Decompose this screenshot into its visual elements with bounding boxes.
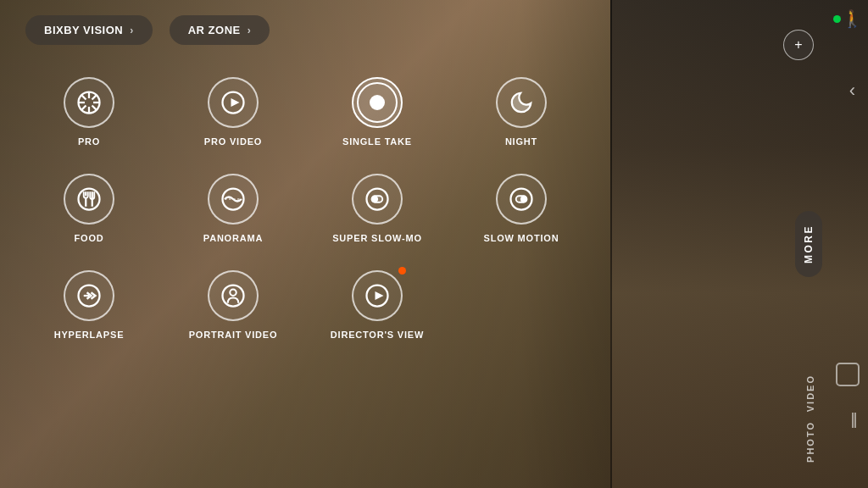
directors-view-dot xyxy=(398,267,406,274)
food-icon-wrap xyxy=(64,174,114,225)
portrait-video-icon xyxy=(220,283,246,308)
add-icon: + xyxy=(794,37,802,53)
directors-view-icon xyxy=(364,283,390,308)
moon-icon xyxy=(509,90,534,115)
person-icon[interactable]: 🚶 xyxy=(842,8,863,29)
bixby-vision-label: BIXBY VISION xyxy=(44,24,123,36)
super-slow-mo-icon-wrap xyxy=(352,174,403,225)
mode-food[interactable]: FOOD xyxy=(17,174,161,243)
svg-point-26 xyxy=(230,290,236,297)
portrait-video-label: PORTRAIT VIDEO xyxy=(189,330,278,340)
directors-view-label: DIRECTOR'S VIEW xyxy=(331,330,424,340)
panorama-icon xyxy=(220,186,246,212)
top-bar: BIXBY VISION › AR ZONE › xyxy=(0,0,610,60)
mode-pro-video[interactable]: PRO VIDEO xyxy=(161,77,305,147)
ar-chevron-icon: › xyxy=(248,25,252,36)
pro-video-icon-wrap xyxy=(208,77,259,128)
hyperlapse-icon-wrap xyxy=(64,270,114,321)
svg-point-19 xyxy=(372,197,377,202)
pro-icon-wrap xyxy=(64,77,114,128)
green-dot-indicator xyxy=(833,15,841,23)
mode-panorama[interactable]: PANORAMA xyxy=(161,174,305,243)
ar-zone-label: AR ZONE xyxy=(188,24,241,36)
slow-motion-label: SLOW MOTION xyxy=(484,233,559,243)
mode-hyperlapse[interactable]: HYPERLAPSE xyxy=(17,270,161,340)
sidebar-controls: + 🚶 ‹ MORE VIDEO PHOTO ‖ xyxy=(610,0,868,488)
add-button[interactable]: + xyxy=(783,30,814,60)
main-panel: BIXBY VISION › AR ZONE › xyxy=(0,0,610,488)
mode-super-slow-mo[interactable]: SUPER SLOW-MO xyxy=(305,174,449,243)
svg-marker-28 xyxy=(376,291,384,300)
photo-label[interactable]: PHOTO xyxy=(798,413,822,471)
food-label: FOOD xyxy=(75,233,104,243)
directors-view-icon-wrap xyxy=(352,270,403,321)
panorama-label: PANORAMA xyxy=(203,233,263,243)
slow-motion-icon xyxy=(509,186,534,212)
square-button[interactable] xyxy=(836,363,860,386)
single-take-label: SINGLE TAKE xyxy=(342,136,412,147)
hyperlapse-label: HYPERLAPSE xyxy=(54,330,125,340)
chevron-left-icon[interactable]: ‹ xyxy=(849,80,855,102)
modes-grid: PRO PRO VIDEO SINGLE TAKE NIGH xyxy=(0,60,610,340)
svg-marker-10 xyxy=(231,98,240,107)
ar-zone-button[interactable]: AR ZONE › xyxy=(170,15,270,45)
bixby-vision-button[interactable]: BIXBY VISION › xyxy=(25,15,153,45)
night-icon-wrap xyxy=(496,77,547,128)
more-pill-button[interactable]: MORE xyxy=(795,211,822,277)
bixby-chevron-icon: › xyxy=(130,25,134,36)
pro-video-label: PRO VIDEO xyxy=(204,136,262,147)
svg-point-11 xyxy=(79,189,100,210)
svg-line-7 xyxy=(81,106,86,110)
portrait-video-icon-wrap xyxy=(208,270,259,321)
aperture-icon xyxy=(76,90,102,115)
mode-single-take[interactable]: SINGLE TAKE xyxy=(305,77,449,147)
svg-line-4 xyxy=(92,106,97,110)
slow-motion-icon-wrap xyxy=(496,174,547,225)
mode-pro[interactable]: PRO xyxy=(17,77,161,147)
svg-point-22 xyxy=(521,197,526,202)
super-slow-mo-label: SUPER SLOW-MO xyxy=(332,233,422,243)
mode-night[interactable]: NIGHT xyxy=(449,77,593,147)
mode-portrait-video[interactable]: PORTRAIT VIDEO xyxy=(161,270,305,340)
pro-video-icon xyxy=(220,90,246,115)
pro-label: PRO xyxy=(78,136,100,147)
right-sidebar: + 🚶 ‹ MORE VIDEO PHOTO ‖ xyxy=(610,0,868,488)
fork-knife-icon xyxy=(76,186,102,212)
single-take-icon-wrap xyxy=(352,77,403,128)
hyperlapse-icon xyxy=(76,283,102,308)
directors-view-wrap xyxy=(352,270,403,321)
svg-line-8 xyxy=(92,95,97,99)
super-slow-mo-icon xyxy=(364,186,390,212)
svg-line-3 xyxy=(81,95,86,99)
panorama-icon-wrap xyxy=(208,174,259,225)
panel-divider xyxy=(610,0,612,488)
mode-directors-view[interactable]: DIRECTOR'S VIEW xyxy=(305,270,449,340)
mode-slow-motion[interactable]: SLOW MOTION xyxy=(449,174,593,243)
pause-icon[interactable]: ‖ xyxy=(850,410,858,429)
night-label: NIGHT xyxy=(505,136,537,147)
